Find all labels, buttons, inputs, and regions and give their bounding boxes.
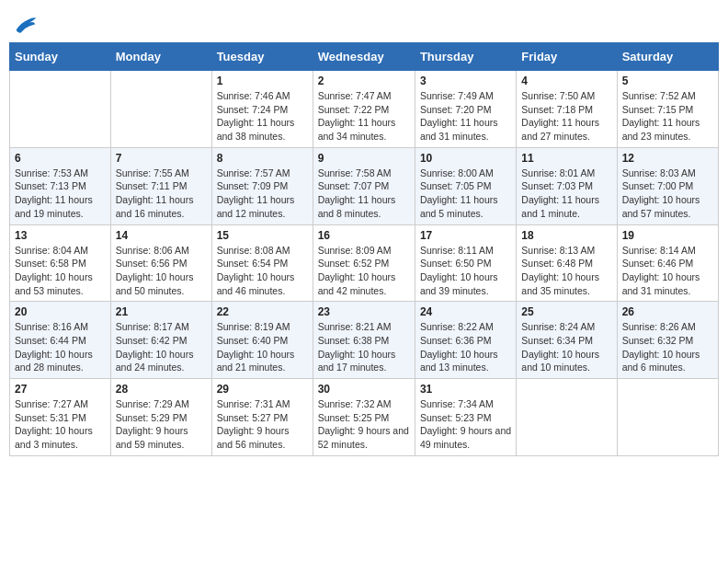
- calendar-day-cell: 10Sunrise: 8:00 AM Sunset: 7:05 PM Dayli…: [415, 147, 516, 224]
- day-number: 29: [217, 383, 308, 396]
- day-number: 5: [622, 75, 713, 87]
- day-info: Sunrise: 7:46 AM Sunset: 7:24 PM Dayligh…: [217, 89, 308, 144]
- day-info: Sunrise: 8:08 AM Sunset: 6:54 PM Dayligh…: [217, 244, 308, 298]
- day-info: Sunrise: 7:31 AM Sunset: 5:27 PM Dayligh…: [217, 397, 308, 452]
- calendar-day-cell: 5Sunrise: 7:52 AM Sunset: 7:15 PM Daylig…: [617, 71, 718, 148]
- day-number: 2: [318, 75, 410, 87]
- day-info: Sunrise: 8:03 AM Sunset: 7:00 PM Dayligh…: [622, 167, 713, 221]
- day-info: Sunrise: 7:58 AM Sunset: 7:07 PM Dayligh…: [318, 167, 410, 221]
- calendar-day-cell: 23Sunrise: 8:21 AM Sunset: 6:38 PM Dayli…: [313, 302, 415, 379]
- calendar-day-cell: 21Sunrise: 8:17 AM Sunset: 6:42 PM Dayli…: [110, 302, 211, 379]
- day-number: 27: [15, 383, 106, 396]
- calendar-day-cell: 3Sunrise: 7:49 AM Sunset: 7:20 PM Daylig…: [415, 71, 516, 148]
- calendar-day-cell: 24Sunrise: 8:22 AM Sunset: 6:36 PM Dayli…: [415, 302, 516, 379]
- day-info: Sunrise: 8:06 AM Sunset: 6:56 PM Dayligh…: [116, 244, 207, 298]
- day-of-week-header: Saturday: [617, 43, 718, 71]
- day-info: Sunrise: 7:49 AM Sunset: 7:20 PM Dayligh…: [420, 89, 511, 144]
- calendar-day-cell: 20Sunrise: 8:16 AM Sunset: 6:44 PM Dayli…: [10, 302, 111, 379]
- calendar-day-cell: 9Sunrise: 7:58 AM Sunset: 7:07 PM Daylig…: [313, 147, 415, 224]
- calendar-day-cell: 7Sunrise: 7:55 AM Sunset: 7:11 PM Daylig…: [110, 147, 211, 224]
- day-info: Sunrise: 8:00 AM Sunset: 7:05 PM Dayligh…: [420, 167, 511, 221]
- calendar-day-cell: 13Sunrise: 8:04 AM Sunset: 6:58 PM Dayli…: [10, 224, 111, 302]
- day-of-week-header: Wednesday: [313, 43, 415, 71]
- calendar-day-cell: 22Sunrise: 8:19 AM Sunset: 6:40 PM Dayli…: [211, 302, 313, 379]
- day-info: Sunrise: 8:11 AM Sunset: 6:50 PM Dayligh…: [420, 244, 511, 298]
- day-info: Sunrise: 8:09 AM Sunset: 6:52 PM Dayligh…: [318, 244, 410, 298]
- calendar-day-cell: 30Sunrise: 7:32 AM Sunset: 5:25 PM Dayli…: [313, 379, 415, 456]
- calendar-day-cell: [517, 379, 617, 456]
- day-of-week-header: Thursday: [415, 43, 516, 71]
- calendar-day-cell: 29Sunrise: 7:31 AM Sunset: 5:27 PM Dayli…: [211, 379, 313, 456]
- day-number: 20: [15, 305, 106, 318]
- day-info: Sunrise: 8:26 AM Sunset: 6:32 PM Dayligh…: [622, 320, 713, 374]
- calendar-day-cell: [617, 379, 718, 456]
- calendar-day-cell: 31Sunrise: 7:34 AM Sunset: 5:23 PM Dayli…: [415, 379, 516, 456]
- day-info: Sunrise: 8:17 AM Sunset: 6:42 PM Dayligh…: [116, 320, 207, 374]
- page-container: SundayMondayTuesdayWednesdayThursdayFrid…: [9, 9, 719, 456]
- calendar-day-cell: 19Sunrise: 8:14 AM Sunset: 6:46 PM Dayli…: [617, 224, 718, 302]
- day-number: 17: [420, 229, 511, 242]
- day-info: Sunrise: 8:01 AM Sunset: 7:03 PM Dayligh…: [521, 167, 611, 221]
- day-info: Sunrise: 8:22 AM Sunset: 6:36 PM Dayligh…: [420, 320, 511, 374]
- calendar-week-row: 1Sunrise: 7:46 AM Sunset: 7:24 PM Daylig…: [10, 71, 719, 148]
- day-info: Sunrise: 7:53 AM Sunset: 7:13 PM Dayligh…: [15, 167, 106, 221]
- logo-bird-icon: [15, 15, 37, 35]
- day-number: 10: [420, 152, 511, 165]
- day-info: Sunrise: 7:27 AM Sunset: 5:31 PM Dayligh…: [15, 397, 106, 452]
- day-info: Sunrise: 8:13 AM Sunset: 6:48 PM Dayligh…: [521, 244, 611, 298]
- day-info: Sunrise: 7:50 AM Sunset: 7:18 PM Dayligh…: [521, 89, 611, 144]
- day-number: 16: [318, 229, 410, 242]
- calendar-day-cell: 8Sunrise: 7:57 AM Sunset: 7:09 PM Daylig…: [211, 147, 313, 224]
- calendar-day-cell: 18Sunrise: 8:13 AM Sunset: 6:48 PM Dayli…: [517, 224, 617, 302]
- calendar-day-cell: 1Sunrise: 7:46 AM Sunset: 7:24 PM Daylig…: [211, 71, 313, 148]
- calendar-week-row: 27Sunrise: 7:27 AM Sunset: 5:31 PM Dayli…: [10, 379, 719, 456]
- day-info: Sunrise: 7:32 AM Sunset: 5:25 PM Dayligh…: [318, 397, 410, 452]
- day-number: 26: [622, 305, 713, 318]
- calendar-day-cell: 25Sunrise: 8:24 AM Sunset: 6:34 PM Dayli…: [517, 302, 617, 379]
- day-info: Sunrise: 7:34 AM Sunset: 5:23 PM Dayligh…: [420, 397, 511, 452]
- day-number: 3: [420, 75, 511, 87]
- calendar-week-row: 20Sunrise: 8:16 AM Sunset: 6:44 PM Dayli…: [10, 302, 719, 379]
- day-number: 7: [116, 152, 207, 165]
- calendar-day-cell: 26Sunrise: 8:26 AM Sunset: 6:32 PM Dayli…: [617, 302, 718, 379]
- day-info: Sunrise: 8:24 AM Sunset: 6:34 PM Dayligh…: [521, 320, 611, 374]
- day-info: Sunrise: 7:29 AM Sunset: 5:29 PM Dayligh…: [116, 397, 207, 452]
- day-number: 8: [217, 152, 308, 165]
- header-row: SundayMondayTuesdayWednesdayThursdayFrid…: [10, 43, 719, 71]
- day-number: 13: [15, 229, 106, 242]
- day-info: Sunrise: 8:14 AM Sunset: 6:46 PM Dayligh…: [622, 244, 713, 298]
- calendar-day-cell: 16Sunrise: 8:09 AM Sunset: 6:52 PM Dayli…: [313, 224, 415, 302]
- day-info: Sunrise: 7:52 AM Sunset: 7:15 PM Dayligh…: [622, 89, 713, 144]
- day-of-week-header: Friday: [517, 43, 617, 71]
- calendar-day-cell: [110, 71, 211, 148]
- calendar-day-cell: 2Sunrise: 7:47 AM Sunset: 7:22 PM Daylig…: [313, 71, 415, 148]
- day-number: 6: [15, 152, 106, 165]
- calendar-day-cell: 15Sunrise: 8:08 AM Sunset: 6:54 PM Dayli…: [211, 224, 313, 302]
- day-number: 30: [318, 383, 410, 396]
- day-number: 11: [521, 152, 611, 165]
- calendar-day-cell: 28Sunrise: 7:29 AM Sunset: 5:29 PM Dayli…: [110, 379, 211, 456]
- day-of-week-header: Tuesday: [211, 43, 313, 71]
- day-info: Sunrise: 8:19 AM Sunset: 6:40 PM Dayligh…: [217, 320, 308, 374]
- day-number: 18: [521, 229, 611, 242]
- day-info: Sunrise: 7:55 AM Sunset: 7:11 PM Dayligh…: [116, 167, 207, 221]
- calendar-week-row: 6Sunrise: 7:53 AM Sunset: 7:13 PM Daylig…: [10, 147, 719, 224]
- day-number: 23: [318, 305, 410, 318]
- day-number: 1: [217, 75, 308, 87]
- day-number: 31: [420, 383, 511, 396]
- calendar-day-cell: 4Sunrise: 7:50 AM Sunset: 7:18 PM Daylig…: [517, 71, 617, 148]
- logo: [13, 15, 37, 35]
- day-number: 24: [420, 305, 511, 318]
- day-info: Sunrise: 7:57 AM Sunset: 7:09 PM Dayligh…: [217, 167, 308, 221]
- day-info: Sunrise: 8:21 AM Sunset: 6:38 PM Dayligh…: [318, 320, 410, 374]
- page-header: [9, 9, 719, 35]
- day-info: Sunrise: 7:47 AM Sunset: 7:22 PM Dayligh…: [318, 89, 410, 144]
- day-number: 19: [622, 229, 713, 242]
- calendar-day-cell: 14Sunrise: 8:06 AM Sunset: 6:56 PM Dayli…: [110, 224, 211, 302]
- day-number: 15: [217, 229, 308, 242]
- day-number: 12: [622, 152, 713, 165]
- calendar-table: SundayMondayTuesdayWednesdayThursdayFrid…: [9, 42, 719, 456]
- day-number: 28: [116, 383, 207, 396]
- day-number: 14: [116, 229, 207, 242]
- day-of-week-header: Monday: [110, 43, 211, 71]
